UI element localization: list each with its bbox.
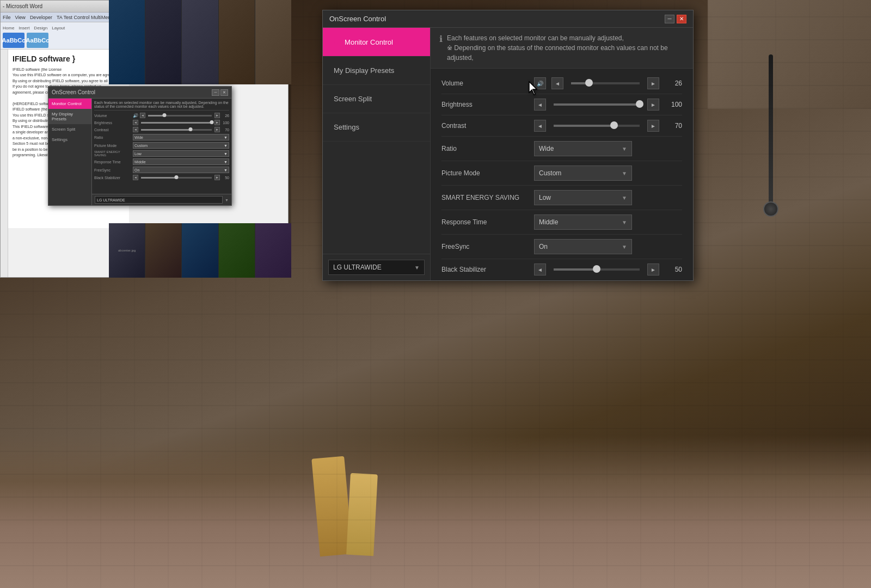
monitor-control-radio: ● — [334, 38, 338, 46]
ctrl-bs-dec[interactable]: ◄ — [534, 264, 546, 275]
ctrl-rt-arrow: ▼ — [622, 219, 627, 225]
main-osc-window: OnScreen Control ─ ✕ ● Monitor Control M… — [322, 10, 694, 281]
small-bri-track[interactable] — [141, 122, 212, 124]
small-con-label: Contrast — [94, 128, 131, 132]
ctrl-pm-label: Picture Mode — [441, 169, 529, 177]
ctrl-ses-row: SMART ENERGY SAVING Low ▼ — [441, 186, 682, 210]
small-bs-track[interactable] — [141, 177, 212, 179]
small-vol-inc[interactable]: ► — [214, 113, 220, 118]
ctrl-bri-track[interactable] — [554, 103, 640, 106]
main-monitor-select-box[interactable]: LG ULTRAWIDE ▼ — [328, 260, 425, 275]
main-monitor-arrow-icon: ▼ — [414, 265, 420, 271]
small-bri-inc[interactable]: ► — [214, 120, 220, 125]
ctrl-con-dec[interactable]: ◄ — [534, 120, 546, 132]
small-ses-select[interactable]: Low ▼ — [133, 150, 229, 157]
small-con-inc[interactable]: ► — [214, 127, 220, 132]
ctrl-vol-track[interactable] — [571, 82, 640, 84]
ctrl-vol-inc[interactable]: ► — [647, 77, 659, 89]
ctrl-vol-dec[interactable]: ◄ — [551, 77, 563, 89]
ctrl-bri-dec[interactable]: ◄ — [534, 99, 546, 111]
ctrl-bs-thumb[interactable] — [593, 265, 600, 273]
small-bs-inc[interactable]: ► — [214, 175, 220, 180]
small-con-val: 70 — [222, 128, 229, 132]
small-ctrl-response-time: Response Time Middle ▼ — [94, 158, 229, 165]
ctrl-bs-inc[interactable]: ► — [647, 264, 659, 275]
small-ratio-select[interactable]: Wide ▼ — [133, 134, 229, 140]
ctrl-fs-select[interactable]: On ▼ — [534, 239, 632, 254]
small-monitor-arrow[interactable]: ▼ — [225, 198, 229, 202]
word-ribbon-design[interactable]: Design — [34, 26, 47, 30]
small-ctrl-brightness: Brightness ◄ ► 100 — [94, 120, 229, 125]
thumb-4 — [219, 0, 255, 84]
ctrl-pm-select[interactable]: Custom ▼ — [534, 166, 632, 181]
small-con-dec[interactable]: ◄ — [133, 127, 138, 132]
main-osc-close[interactable]: ✕ — [677, 15, 686, 23]
ctrl-ses-select[interactable]: Low ▼ — [534, 190, 632, 205]
thumb-3 — [182, 0, 218, 84]
small-vol-val: 26 — [222, 114, 229, 118]
ctrl-con-inc[interactable]: ► — [647, 120, 659, 132]
word-ribbon-layout[interactable]: Layout — [52, 26, 65, 30]
word-ribbon-insert[interactable]: Insert — [19, 26, 29, 30]
small-monitor-input[interactable] — [95, 196, 223, 204]
thumb-2 — [145, 0, 181, 84]
word-menu-developer[interactable]: Developer — [30, 15, 52, 20]
small-nav-settings[interactable]: Settings — [48, 134, 91, 145]
small-bri-thumb[interactable] — [210, 120, 214, 124]
ctrl-ratio-arrow: ▼ — [622, 146, 627, 152]
word-menu-file[interactable]: File — [3, 15, 11, 20]
ctrl-bri-thumb[interactable] — [636, 100, 643, 108]
small-osc-minimize[interactable]: ─ — [212, 89, 219, 96]
ctrl-bri-value: 100 — [665, 101, 682, 108]
info-line-1: Each features on selected monitor can be… — [447, 33, 684, 43]
small-bs-thumb[interactable] — [175, 175, 179, 179]
ctrl-response-time-row: Response Time Middle ▼ — [441, 210, 682, 235]
small-vol-label: Volume — [94, 114, 131, 118]
ctrl-con-track[interactable] — [554, 125, 640, 127]
main-osc-controls-area: Volume 🔊 ◄ ► 26 Brightness ◄ — [431, 69, 693, 280]
small-ctrl-volume: Volume 🔊 ◄ ► 26 — [94, 113, 229, 118]
small-osc-close[interactable]: ✕ — [220, 89, 228, 96]
small-vol-thumb[interactable] — [163, 113, 167, 117]
ctrl-bri-label: Brightness — [441, 101, 529, 108]
ctrl-ratio-select[interactable]: Wide ▼ — [534, 141, 632, 156]
ctrl-bri-inc[interactable]: ► — [647, 99, 659, 111]
small-fs-select[interactable]: On ▼ — [133, 167, 229, 173]
ctrl-con-value: 70 — [665, 122, 682, 130]
ctrl-fs-label: FreeSync — [441, 243, 529, 250]
small-rt-select[interactable]: Middle ▼ — [133, 158, 229, 165]
small-pm-select[interactable]: Custom ▼ — [133, 142, 229, 149]
ctrl-bs-fill — [554, 268, 597, 271]
main-osc-titlebar: OnScreen Control ─ ✕ — [323, 10, 693, 28]
main-monitor-label: LG ULTRAWIDE — [333, 264, 382, 271]
ctrl-bs-track[interactable] — [554, 268, 640, 271]
main-nav-display-presets[interactable]: My Display Presets — [323, 57, 430, 85]
ctrl-con-thumb[interactable] — [610, 121, 618, 129]
small-con-thumb[interactable] — [189, 127, 193, 131]
small-nav-screen-split[interactable]: Screen Split — [48, 124, 91, 134]
ctrl-rt-select[interactable]: Middle ▼ — [534, 215, 632, 230]
small-vol-track[interactable] — [148, 115, 212, 117]
small-nav-monitor-control[interactable]: Monitor Control — [48, 99, 91, 109]
main-nav-settings[interactable]: Settings — [323, 113, 430, 142]
ctrl-vol-thumb[interactable] — [585, 79, 593, 87]
small-bs-dec[interactable]: ◄ — [133, 175, 138, 180]
word-btn-aabbcc: AaBbCc — [3, 33, 24, 48]
small-vol-dec[interactable]: ◄ — [140, 113, 145, 118]
small-bri-dec[interactable]: ◄ — [133, 120, 138, 125]
main-nav-screen-split[interactable]: Screen Split — [323, 85, 430, 113]
small-monitor-selector: ▼ — [92, 194, 231, 205]
word-ribbon-home[interactable]: Home — [3, 26, 14, 30]
ctrl-con-fill — [554, 125, 614, 127]
main-nav-monitor-control[interactable]: ● Monitor Control — [323, 28, 430, 57]
small-osc-window: OnScreen Control ─ ✕ Monitor Control My … — [48, 86, 232, 206]
small-con-track[interactable] — [141, 129, 212, 131]
small-bri-val: 100 — [222, 121, 229, 125]
word-menu-view[interactable]: View — [15, 15, 26, 20]
small-osc-info: Each features on selected monitor can be… — [94, 101, 229, 111]
small-ctrl-black-stab: Black Stabilizer ◄ ► 50 — [94, 175, 229, 180]
main-osc-minimize[interactable]: ─ — [665, 15, 674, 23]
small-osc-titlebar: OnScreen Control ─ ✕ — [48, 87, 231, 99]
small-nav-display-presets[interactable]: My Display Presets — [48, 109, 91, 124]
image-thumbnails-top — [109, 0, 291, 84]
